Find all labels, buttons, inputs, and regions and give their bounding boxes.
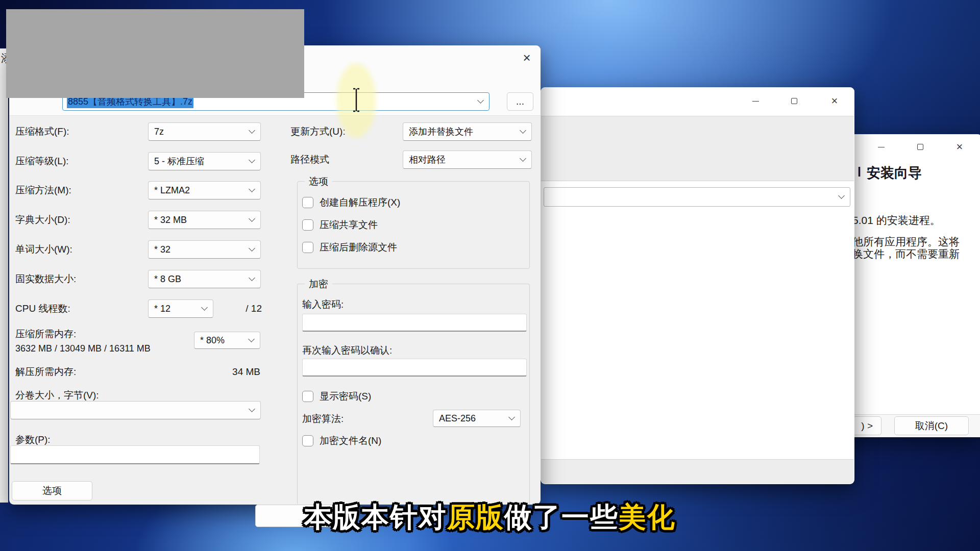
minimize-button[interactable] xyxy=(744,92,767,110)
show-password-checkbox-row[interactable]: 显示密码(S) xyxy=(302,390,371,403)
chevron-down-icon xyxy=(838,192,845,199)
wizard-body-line: 5.01 的安装进程。 xyxy=(852,213,941,228)
memory-decompress-label: 解压所需内存: xyxy=(15,363,76,381)
options-group: 选项 创建自解压程序(X) 压缩共享文件 压缩后删除源文件 xyxy=(297,181,530,269)
memory-compress-detail: 3632 MB / 13049 MB / 16311 MB xyxy=(15,341,151,356)
cpu-threads-label: CPU 线程数: xyxy=(15,299,70,318)
compress-shared-checkbox-row[interactable]: 压缩共享文件 xyxy=(302,218,378,232)
chevron-down-icon xyxy=(249,406,255,412)
dictionary-combo[interactable]: * 32 MB xyxy=(148,211,261,229)
close-button[interactable]: × xyxy=(948,138,971,156)
close-icon: × xyxy=(957,140,963,154)
cpu-threads-value: * 12 xyxy=(154,304,170,314)
dictionary-label: 字典大小(D): xyxy=(15,211,70,229)
method-combo[interactable]: * LZMA2 xyxy=(148,181,261,199)
path-mode-value: 相对路径 xyxy=(409,154,446,166)
update-mode-value: 添加并替换文件 xyxy=(409,126,473,138)
encryption-group-title: 加密 xyxy=(305,278,332,291)
solid-size-combo[interactable]: * 8 GB xyxy=(148,270,261,288)
memory-percent-value: * 80% xyxy=(200,335,225,346)
confirm-password-input[interactable] xyxy=(302,359,527,377)
solid-size-label: 固实数据大小: xyxy=(15,270,76,288)
chevron-down-icon xyxy=(249,274,255,281)
maximize-button[interactable] xyxy=(909,138,932,156)
method-value: * LZMA2 xyxy=(154,185,190,196)
encrypt-filenames-checkbox-row[interactable]: 加密文件名(N) xyxy=(302,434,381,447)
encryption-method-label: 加密算法: xyxy=(302,410,344,428)
chevron-down-icon xyxy=(249,186,255,192)
solid-size-value: * 8 GB xyxy=(154,274,181,285)
minimize-button[interactable] xyxy=(870,138,892,156)
browse-button[interactable]: ... xyxy=(507,92,533,111)
update-mode-label: 更新方式(U): xyxy=(290,122,346,141)
cancel-button-label: 取消(C) xyxy=(915,419,948,433)
checkbox-icon[interactable] xyxy=(302,391,313,402)
level-combo[interactable]: 5 - 标准压缩 xyxy=(148,152,261,170)
close-icon: × xyxy=(523,50,530,66)
password-input[interactable] xyxy=(302,314,527,332)
create-sfx-checkbox-row[interactable]: 创建自解压程序(X) xyxy=(302,196,400,209)
maximize-icon xyxy=(791,98,797,104)
parameters-input[interactable] xyxy=(10,445,260,464)
word-size-combo[interactable]: * 32 xyxy=(148,240,261,259)
chevron-down-icon xyxy=(249,127,255,134)
censored-region xyxy=(6,9,304,98)
chevron-down-icon xyxy=(520,127,526,134)
background-window-combo[interactable] xyxy=(544,187,850,207)
dictionary-value: * 32 MB xyxy=(154,215,187,226)
subtitle-segment-highlight: 美化 xyxy=(619,502,676,532)
compress-shared-label: 压缩共享文件 xyxy=(320,218,378,232)
delete-after-checkbox-row[interactable]: 压缩后删除源文件 xyxy=(302,241,397,254)
memory-percent-combo[interactable]: * 80% xyxy=(194,332,260,349)
path-mode-combo[interactable]: 相对路径 xyxy=(403,151,532,169)
create-sfx-label: 创建自解压程序(X) xyxy=(320,196,400,209)
encryption-method-value: AES-256 xyxy=(439,413,476,424)
close-icon: × xyxy=(831,94,838,108)
video-subtitle: 本版本针对原版做了一些美化 xyxy=(304,499,676,536)
volume-size-combo[interactable] xyxy=(10,401,261,419)
subtitle-segment: 做了一些 xyxy=(504,502,619,532)
encryption-method-combo[interactable]: AES-256 xyxy=(433,410,521,427)
format-combo[interactable]: 7z xyxy=(148,122,261,141)
cancel-button[interactable]: 取消(C) xyxy=(894,416,969,435)
checkbox-icon[interactable] xyxy=(302,197,313,208)
format-label: 压缩格式(F): xyxy=(15,122,69,141)
minimize-icon xyxy=(752,101,759,102)
minimize-icon xyxy=(878,147,885,147)
close-button[interactable]: × xyxy=(823,92,846,110)
next-button-label: ) > xyxy=(861,420,873,432)
path-mode-label: 路径模式 xyxy=(290,151,329,169)
update-mode-combo[interactable]: 添加并替换文件 xyxy=(403,122,532,141)
format-value: 7z xyxy=(154,127,164,137)
subtitle-segment: 本版本针对 xyxy=(304,502,447,532)
options-group-title: 选项 xyxy=(305,175,332,188)
word-size-value: * 32 xyxy=(154,244,170,255)
chevron-down-icon xyxy=(201,304,208,311)
close-button[interactable]: × xyxy=(516,49,538,66)
background-window-footer xyxy=(541,459,854,484)
add-to-archive-dialog[interactable]: × 8855【音频格式转换工具】.7z ... 压缩格式(F): 7z 压缩等级… xyxy=(9,45,541,505)
show-password-label: 显示密码(S) xyxy=(320,390,371,403)
screen: 添 × × l 安装向导 5.01 的安装进程。 他所有应用程序。这将 换文件，… xyxy=(0,0,980,551)
method-label: 压缩方法(M): xyxy=(15,181,71,199)
confirm-password-label: 再次输入密码以确认: xyxy=(302,341,392,360)
delete-after-label: 压缩后删除源文件 xyxy=(320,241,397,254)
browse-button-label: ... xyxy=(516,96,524,107)
memory-compress-label: 压缩所需内存: xyxy=(15,327,76,341)
subtitle-segment-highlight: 原版 xyxy=(447,502,504,532)
chevron-down-icon xyxy=(520,155,526,162)
checkbox-icon[interactable] xyxy=(302,219,313,231)
wizard-heading: 安装向导 xyxy=(867,164,922,182)
checkbox-icon[interactable] xyxy=(302,242,313,253)
dialog-left-sliver: 添 xyxy=(0,48,8,503)
checkbox-icon[interactable] xyxy=(302,435,313,446)
word-size-label: 单词大小(W): xyxy=(15,240,72,259)
cpu-threads-combo[interactable]: * 12 xyxy=(148,299,213,318)
encryption-group: 加密 输入密码: 再次输入密码以确认: 显示密码(S) 加密算法: AES-25… xyxy=(297,284,530,505)
options-button[interactable]: 选项 xyxy=(12,481,92,500)
background-window-titlebar xyxy=(541,87,854,116)
background-window[interactable]: × xyxy=(541,87,854,484)
chevron-down-icon xyxy=(248,336,255,342)
maximize-icon xyxy=(917,144,923,150)
maximize-button[interactable] xyxy=(783,92,805,110)
